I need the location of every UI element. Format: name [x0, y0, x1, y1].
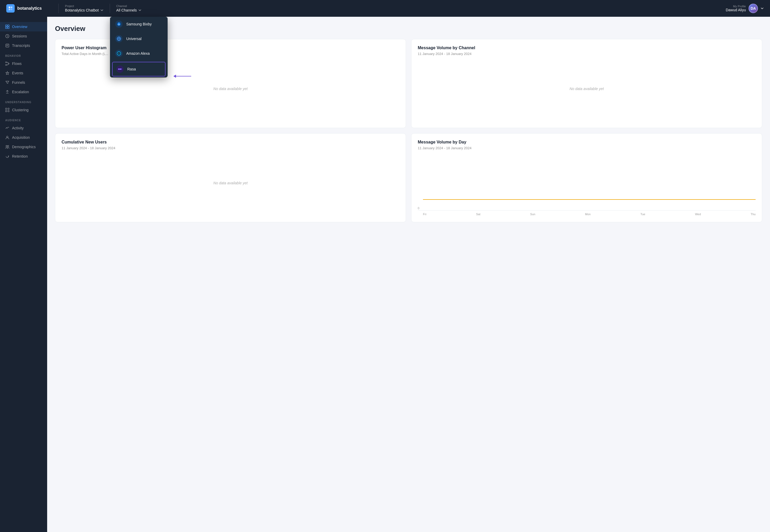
logo-icon	[6, 4, 15, 13]
dropdown-item-amazon-alexa[interactable]: Amazon Alexa	[110, 46, 168, 61]
card-cumulative-new-users-subtitle: 11 January 2024 - 18 January 2024	[62, 146, 400, 150]
chart-x-label-sun: Sun	[530, 213, 535, 216]
sidebar-item-demographics-label: Demographics	[12, 145, 36, 149]
understanding-section-label: UNDERSTANDING	[0, 97, 47, 105]
events-icon	[5, 71, 9, 75]
sidebar-item-sessions[interactable]: Sessions	[0, 31, 47, 41]
sidebar-item-activity[interactable]: Activity	[0, 123, 47, 133]
project-value: Botanalytics Chatbot	[65, 8, 103, 12]
chart-x-label-wed: Wed	[695, 213, 701, 216]
funnels-icon	[5, 80, 9, 85]
sessions-icon	[5, 34, 9, 38]
profile-chevron-icon	[761, 7, 764, 10]
dropdown-item-samsung-bixby[interactable]: Samsung Bixby	[110, 17, 168, 31]
svg-point-17	[7, 136, 8, 138]
svg-rect-1	[11, 7, 12, 8]
sidebar-item-flows[interactable]: Flows	[0, 59, 47, 68]
sidebar-item-transcripts-label: Transcripts	[12, 43, 30, 48]
sidebar: Overview Sessions Transcripts BEHAVIOR	[0, 17, 47, 532]
card-message-volume-channel-subtitle: 11 January 2024 - 18 January 2024	[418, 52, 756, 56]
card-message-volume-channel-empty: No data available yet	[418, 56, 756, 121]
escalation-icon	[5, 90, 9, 94]
sidebar-item-funnels[interactable]: Funnels	[0, 78, 47, 87]
svg-rect-6	[5, 27, 7, 29]
svg-rect-5	[8, 25, 9, 26]
main-layout: Overview Sessions Transcripts BEHAVIOR	[0, 17, 770, 532]
sidebar-item-demographics[interactable]: Demographics	[0, 142, 47, 152]
avatar: DA	[749, 4, 758, 13]
sidebar-item-escalation[interactable]: Escalation	[0, 87, 47, 97]
acquisition-icon	[5, 135, 9, 140]
header: botanalytics Project Botanalytics Chatbo…	[0, 0, 770, 17]
sidebar-item-transcripts[interactable]: Transcripts	[0, 41, 47, 50]
dropdown-item-universal[interactable]: Universal	[110, 31, 168, 46]
svg-rect-4	[5, 25, 7, 26]
svg-rect-14	[8, 108, 9, 109]
svg-point-10	[5, 62, 7, 63]
channel-dropdown[interactable]: Samsung Bixby Universal Am	[110, 17, 168, 77]
svg-rect-30	[120, 69, 121, 69]
chart-x-labels: Fri Sat Sun Mon Tue Wed Thu	[418, 213, 756, 216]
overview-icon	[5, 25, 9, 29]
profile-name: Dawud Aliyu	[726, 8, 746, 12]
sidebar-item-overview-label: Overview	[12, 25, 27, 29]
profile-label: My Profile	[726, 5, 746, 8]
amazon-alexa-icon	[115, 50, 123, 57]
svg-point-27	[119, 53, 119, 54]
chart-line	[423, 199, 756, 200]
svg-point-19	[8, 146, 9, 147]
card-message-volume-day-title: Message Volume by Day	[418, 140, 756, 145]
svg-rect-9	[6, 44, 9, 47]
profile-area[interactable]: My Profile Dawud Aliyu DA	[726, 4, 764, 13]
svg-rect-2	[9, 9, 10, 10]
svg-rect-29	[118, 69, 119, 69]
channel-value: All Channels	[116, 8, 142, 12]
audience-section-label: AUDIENCE	[0, 115, 47, 123]
svg-rect-7	[8, 27, 9, 29]
transcripts-icon	[5, 43, 9, 48]
project-label: Project	[65, 4, 103, 8]
svg-rect-3	[11, 9, 12, 10]
sidebar-item-overview[interactable]: Overview	[0, 22, 47, 31]
logo-area: botanalytics	[6, 4, 42, 13]
card-cumulative-new-users-title: Cumulative New Users	[62, 140, 400, 145]
sidebar-item-retention[interactable]: Retention	[0, 152, 47, 161]
sidebar-item-clustering[interactable]: Clustering	[0, 105, 47, 115]
behavior-section-label: BEHAVIOR	[0, 50, 47, 59]
card-message-volume-day-subtitle: 11 January 2024 - 18 January 2024	[418, 146, 756, 150]
content-area: Overview Power User Histogram Total Acti…	[47, 17, 770, 532]
header-divider	[58, 4, 59, 13]
demographics-icon	[5, 145, 9, 149]
dropdown-item-rasa[interactable]: Rasa	[112, 62, 165, 76]
header-right: My Profile Dawud Aliyu DA	[726, 4, 764, 13]
flows-icon	[5, 62, 9, 66]
sidebar-item-events-label: Events	[12, 71, 23, 75]
activity-icon	[5, 126, 9, 130]
universal-icon	[115, 35, 123, 42]
logo-text: botanalytics	[17, 6, 42, 11]
sidebar-item-sessions-label: Sessions	[12, 34, 27, 38]
channel-label: Channel	[116, 4, 142, 8]
sidebar-item-funnels-label: Funnels	[12, 80, 25, 85]
svg-point-12	[5, 64, 7, 65]
amazon-alexa-label: Amazon Alexa	[126, 51, 150, 56]
card-cumulative-new-users-empty: No data available yet	[62, 150, 400, 216]
project-selector[interactable]: Project Botanalytics Chatbot	[65, 4, 103, 12]
card-message-volume-day: Message Volume by Day 11 January 2024 - …	[411, 133, 762, 222]
svg-rect-15	[5, 110, 7, 112]
chart-zero-label: 0	[418, 207, 419, 210]
chart-x-label-fri: Fri	[423, 213, 427, 216]
header-divider-2	[110, 4, 110, 13]
sidebar-item-events[interactable]: Events	[0, 68, 47, 78]
sidebar-item-retention-label: Retention	[12, 154, 28, 158]
sidebar-item-flows-label: Flows	[12, 62, 22, 66]
profile-info: My Profile Dawud Aliyu	[726, 5, 746, 12]
sidebar-item-activity-label: Activity	[12, 126, 24, 130]
svg-point-21	[119, 23, 119, 24]
sidebar-item-acquisition[interactable]: Acquisition	[0, 133, 47, 142]
retention-icon	[5, 154, 9, 158]
samsung-bixby-icon	[115, 20, 123, 28]
card-message-volume-channel-title: Message Volume by Channel	[418, 46, 756, 50]
svg-rect-13	[5, 108, 7, 109]
channel-selector[interactable]: Channel All Channels	[116, 4, 142, 12]
